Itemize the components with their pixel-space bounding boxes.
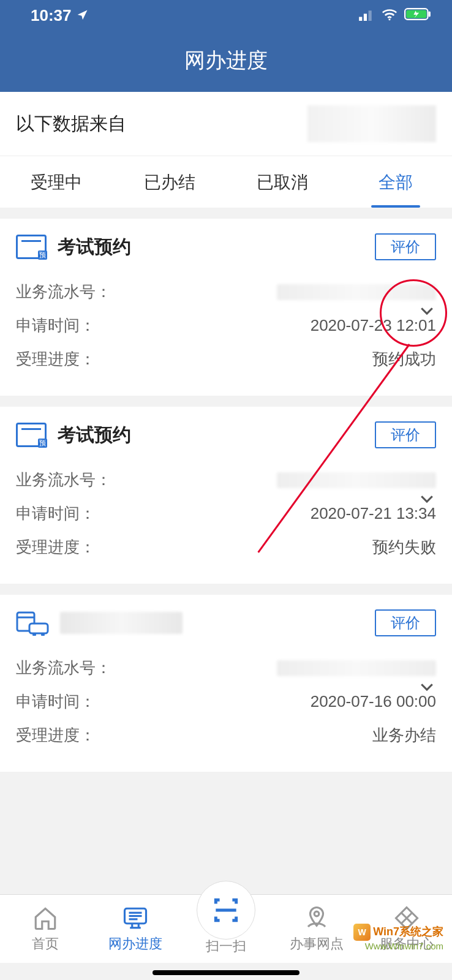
record-list: 考试预约 评价 业务流水号： 申请时间： 2020-07-23 12:01 受理… xyxy=(0,219,452,772)
serial-label: 业务流水号： xyxy=(16,657,111,679)
tab-completed[interactable]: 已办结 xyxy=(113,156,227,208)
form-icon xyxy=(16,423,47,447)
svg-rect-0 xyxy=(359,17,362,20)
review-button[interactable]: 评价 xyxy=(375,233,436,260)
chevron-down-icon[interactable] xyxy=(418,301,436,320)
filter-tabs: 受理中 已办结 已取消 全部 xyxy=(0,156,452,208)
progress-value: 业务办结 xyxy=(372,725,436,746)
progress-label: 受理进度： xyxy=(16,537,96,558)
progress-value: 预约失败 xyxy=(372,537,436,558)
record-title-redacted xyxy=(60,612,183,634)
record-title: 考试预约 xyxy=(58,235,131,260)
svg-rect-1 xyxy=(364,13,367,21)
data-source-row: 以下数据来自 xyxy=(0,92,452,156)
nav-label: 首页 xyxy=(32,935,59,953)
record-card[interactable]: 考试预约 评价 业务流水号： 申请时间： 2020-07-23 12:01 受理… xyxy=(0,219,452,396)
serial-value-redacted xyxy=(277,284,436,300)
signal-icon xyxy=(359,6,375,25)
location-icon xyxy=(77,6,89,25)
serial-value-redacted xyxy=(277,472,436,488)
form-icon xyxy=(16,235,47,259)
nav-label: 服务中心 xyxy=(380,935,434,953)
scan-icon xyxy=(211,895,241,925)
battery-icon xyxy=(404,6,431,25)
record-card[interactable]: 评价 业务流水号： 申请时间： 2020-07-16 00:00 受理进度： 业… xyxy=(0,595,452,772)
review-button[interactable]: 评价 xyxy=(375,421,436,448)
nav-progress[interactable]: 网办进度 xyxy=(91,905,181,953)
chevron-down-icon[interactable] xyxy=(418,489,436,508)
progress-monitor-icon xyxy=(122,905,148,931)
apply-time-label: 申请时间： xyxy=(16,315,96,336)
progress-value: 预约成功 xyxy=(372,349,436,370)
svg-rect-2 xyxy=(369,10,372,21)
wifi-icon xyxy=(381,6,398,25)
svg-rect-9 xyxy=(29,624,48,633)
nav-label: 办事网点 xyxy=(290,935,344,953)
nav-home[interactable]: 首页 xyxy=(0,905,91,953)
nav-locations[interactable]: 办事网点 xyxy=(271,905,362,953)
home-icon xyxy=(32,905,58,931)
status-time: 10:37 xyxy=(31,6,72,25)
serial-label: 业务流水号： xyxy=(16,281,111,303)
tab-cancelled[interactable]: 已取消 xyxy=(226,156,339,208)
svg-point-3 xyxy=(388,18,390,20)
nav-service[interactable]: 服务中心 xyxy=(361,905,452,953)
chevron-down-icon[interactable] xyxy=(418,677,436,696)
record-card[interactable]: 考试预约 评价 业务流水号： 申请时间： 2020-07-21 13:34 受理… xyxy=(0,407,452,584)
tab-all[interactable]: 全部 xyxy=(339,156,453,208)
car-calendar-icon xyxy=(16,610,49,636)
status-bar: 10:37 xyxy=(0,0,452,31)
apply-time-label: 申请时间： xyxy=(16,691,96,712)
tab-processing[interactable]: 受理中 xyxy=(0,156,113,208)
svg-rect-6 xyxy=(429,11,431,17)
serial-value-redacted xyxy=(277,660,436,676)
review-button[interactable]: 评价 xyxy=(375,609,436,636)
apply-time-label: 申请时间： xyxy=(16,503,96,524)
diamond-icon xyxy=(394,905,420,931)
scan-button[interactable] xyxy=(197,881,255,940)
progress-label: 受理进度： xyxy=(16,725,96,746)
data-source-value-redacted xyxy=(307,105,436,142)
nav-label: 扫一扫 xyxy=(206,937,246,956)
page-title: 网办进度 xyxy=(0,31,452,92)
record-title: 考试预约 xyxy=(58,423,131,448)
serial-label: 业务流水号： xyxy=(16,469,111,491)
svg-point-20 xyxy=(314,911,319,916)
nav-scan[interactable]: 扫一扫 xyxy=(181,903,271,956)
progress-label: 受理进度： xyxy=(16,349,96,370)
data-source-label: 以下数据来自 xyxy=(16,111,126,137)
nav-label: 网办进度 xyxy=(108,935,162,953)
home-indicator xyxy=(153,970,299,975)
location-pin-icon xyxy=(304,905,330,931)
bottom-nav: 首页 网办进度 扫一扫 办事网点 服务中心 xyxy=(0,894,452,963)
